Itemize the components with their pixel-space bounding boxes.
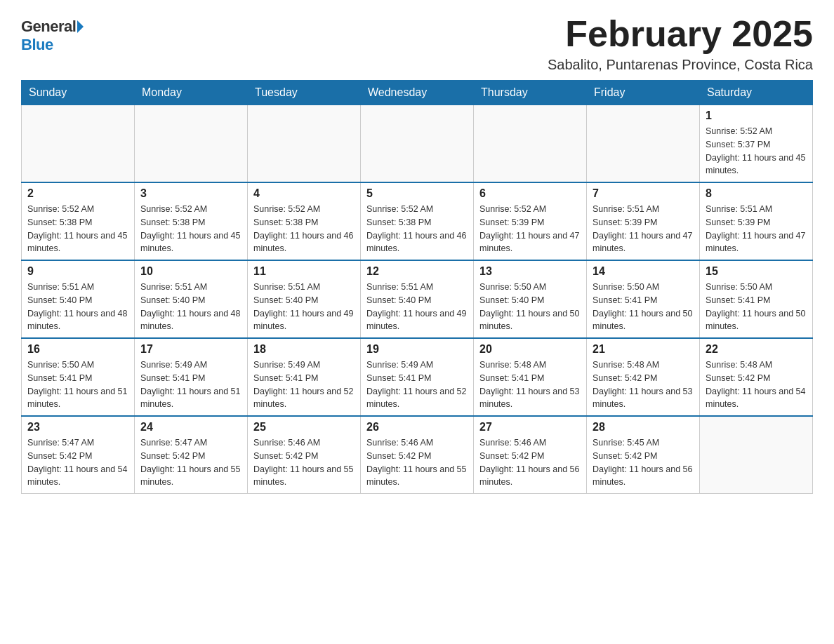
day-number: 28 [593, 421, 694, 434]
calendar-cell [22, 105, 135, 183]
calendar-cell: 5Sunrise: 5:52 AMSunset: 5:38 PMDaylight… [361, 182, 474, 260]
day-number: 24 [140, 421, 241, 434]
day-info: Sunrise: 5:51 AMSunset: 5:40 PMDaylight:… [366, 281, 468, 333]
day-info: Sunrise: 5:49 AMSunset: 5:41 PMDaylight:… [253, 358, 355, 411]
weekday-header-wednesday: Wednesday [361, 81, 474, 105]
day-info: Sunrise: 5:51 AMSunset: 5:40 PMDaylight:… [253, 281, 355, 333]
day-info: Sunrise: 5:46 AMSunset: 5:42 PMDaylight:… [253, 436, 355, 489]
day-info: Sunrise: 5:52 AMSunset: 5:38 PMDaylight:… [27, 203, 128, 255]
day-number: 4 [253, 187, 355, 200]
day-number: 26 [366, 421, 468, 434]
day-number: 7 [593, 187, 694, 200]
day-info: Sunrise: 5:51 AMSunset: 5:39 PMDaylight:… [593, 203, 694, 255]
calendar-cell: 1Sunrise: 5:52 AMSunset: 5:37 PMDaylight… [700, 105, 813, 183]
weekday-header-sunday: Sunday [22, 81, 135, 105]
calendar-cell: 2Sunrise: 5:52 AMSunset: 5:38 PMDaylight… [22, 182, 135, 260]
day-info: Sunrise: 5:51 AMSunset: 5:40 PMDaylight:… [140, 281, 241, 333]
calendar-cell: 26Sunrise: 5:46 AMSunset: 5:42 PMDayligh… [361, 416, 474, 494]
day-number: 18 [253, 343, 355, 356]
calendar-table: SundayMondayTuesdayWednesdayThursdayFrid… [21, 80, 813, 494]
day-info: Sunrise: 5:50 AMSunset: 5:41 PMDaylight:… [593, 281, 694, 333]
calendar-cell: 10Sunrise: 5:51 AMSunset: 5:40 PMDayligh… [135, 260, 248, 338]
logo-blue-text: Blue [21, 36, 53, 54]
day-number: 23 [27, 421, 128, 434]
day-info: Sunrise: 5:46 AMSunset: 5:42 PMDaylight:… [479, 436, 581, 489]
calendar-cell: 8Sunrise: 5:51 AMSunset: 5:39 PMDaylight… [700, 182, 813, 260]
weekday-header-tuesday: Tuesday [248, 81, 361, 105]
weekday-header-monday: Monday [135, 81, 248, 105]
calendar-cell: 3Sunrise: 5:52 AMSunset: 5:38 PMDaylight… [135, 182, 248, 260]
calendar-cell: 22Sunrise: 5:48 AMSunset: 5:42 PMDayligh… [700, 338, 813, 416]
day-number: 2 [27, 187, 128, 200]
weekday-header-saturday: Saturday [700, 81, 813, 105]
day-info: Sunrise: 5:52 AMSunset: 5:38 PMDaylight:… [253, 203, 355, 255]
logo-arrow-icon [77, 20, 84, 33]
calendar-cell [135, 105, 248, 183]
calendar-cell: 11Sunrise: 5:51 AMSunset: 5:40 PMDayligh… [248, 260, 361, 338]
day-info: Sunrise: 5:52 AMSunset: 5:37 PMDaylight:… [706, 125, 807, 177]
day-info: Sunrise: 5:52 AMSunset: 5:39 PMDaylight:… [479, 203, 581, 255]
day-info: Sunrise: 5:48 AMSunset: 5:42 PMDaylight:… [593, 358, 694, 411]
page-header: General Blue February 2025 Sabalito, Pun… [21, 14, 813, 73]
calendar-cell: 6Sunrise: 5:52 AMSunset: 5:39 PMDaylight… [474, 182, 587, 260]
calendar-week-2: 2Sunrise: 5:52 AMSunset: 5:38 PMDaylight… [22, 182, 813, 260]
calendar-cell: 19Sunrise: 5:49 AMSunset: 5:41 PMDayligh… [361, 338, 474, 416]
day-info: Sunrise: 5:51 AMSunset: 5:39 PMDaylight:… [706, 203, 807, 255]
day-info: Sunrise: 5:50 AMSunset: 5:40 PMDaylight:… [479, 281, 581, 333]
day-number: 20 [479, 343, 581, 356]
day-number: 22 [706, 343, 807, 356]
day-number: 25 [253, 421, 355, 434]
calendar-cell: 9Sunrise: 5:51 AMSunset: 5:40 PMDaylight… [22, 260, 135, 338]
calendar-week-3: 9Sunrise: 5:51 AMSunset: 5:40 PMDaylight… [22, 260, 813, 338]
day-info: Sunrise: 5:48 AMSunset: 5:42 PMDaylight:… [706, 358, 807, 411]
day-number: 8 [706, 187, 807, 200]
day-number: 16 [27, 343, 128, 356]
logo-general-text: General [21, 18, 76, 36]
day-info: Sunrise: 5:46 AMSunset: 5:42 PMDaylight:… [366, 436, 468, 489]
weekday-header-row: SundayMondayTuesdayWednesdayThursdayFrid… [22, 81, 813, 105]
day-number: 3 [140, 187, 241, 200]
calendar-cell: 28Sunrise: 5:45 AMSunset: 5:42 PMDayligh… [587, 416, 700, 494]
calendar-cell [361, 105, 474, 183]
calendar-cell [700, 416, 813, 494]
day-number: 9 [27, 265, 128, 278]
day-number: 10 [140, 265, 241, 278]
day-info: Sunrise: 5:52 AMSunset: 5:38 PMDaylight:… [366, 203, 468, 255]
day-number: 11 [253, 265, 355, 278]
calendar-cell [474, 105, 587, 183]
calendar-week-1: 1Sunrise: 5:52 AMSunset: 5:37 PMDaylight… [22, 105, 813, 183]
day-number: 5 [366, 187, 468, 200]
day-info: Sunrise: 5:47 AMSunset: 5:42 PMDaylight:… [27, 436, 128, 489]
day-info: Sunrise: 5:49 AMSunset: 5:41 PMDaylight:… [366, 358, 468, 411]
day-number: 21 [593, 343, 694, 356]
month-title: February 2025 [548, 14, 813, 54]
day-info: Sunrise: 5:50 AMSunset: 5:41 PMDaylight:… [706, 281, 807, 333]
calendar-cell [587, 105, 700, 183]
calendar-cell: 25Sunrise: 5:46 AMSunset: 5:42 PMDayligh… [248, 416, 361, 494]
calendar-cell: 7Sunrise: 5:51 AMSunset: 5:39 PMDaylight… [587, 182, 700, 260]
day-number: 15 [706, 265, 807, 278]
calendar-week-5: 23Sunrise: 5:47 AMSunset: 5:42 PMDayligh… [22, 416, 813, 494]
calendar-week-4: 16Sunrise: 5:50 AMSunset: 5:41 PMDayligh… [22, 338, 813, 416]
day-number: 1 [706, 109, 807, 122]
day-info: Sunrise: 5:52 AMSunset: 5:38 PMDaylight:… [140, 203, 241, 255]
calendar-cell: 17Sunrise: 5:49 AMSunset: 5:41 PMDayligh… [135, 338, 248, 416]
day-number: 27 [479, 421, 581, 434]
calendar-cell [248, 105, 361, 183]
calendar-cell: 23Sunrise: 5:47 AMSunset: 5:42 PMDayligh… [22, 416, 135, 494]
day-info: Sunrise: 5:51 AMSunset: 5:40 PMDaylight:… [27, 281, 128, 333]
day-info: Sunrise: 5:48 AMSunset: 5:41 PMDaylight:… [479, 358, 581, 411]
day-number: 6 [479, 187, 581, 200]
day-number: 14 [593, 265, 694, 278]
calendar-cell: 4Sunrise: 5:52 AMSunset: 5:38 PMDaylight… [248, 182, 361, 260]
calendar-cell: 24Sunrise: 5:47 AMSunset: 5:42 PMDayligh… [135, 416, 248, 494]
calendar-cell: 13Sunrise: 5:50 AMSunset: 5:40 PMDayligh… [474, 260, 587, 338]
calendar-cell: 12Sunrise: 5:51 AMSunset: 5:40 PMDayligh… [361, 260, 474, 338]
calendar-cell: 14Sunrise: 5:50 AMSunset: 5:41 PMDayligh… [587, 260, 700, 338]
calendar-cell: 18Sunrise: 5:49 AMSunset: 5:41 PMDayligh… [248, 338, 361, 416]
logo: General Blue [21, 14, 84, 54]
day-number: 12 [366, 265, 468, 278]
calendar-cell: 20Sunrise: 5:48 AMSunset: 5:41 PMDayligh… [474, 338, 587, 416]
day-info: Sunrise: 5:45 AMSunset: 5:42 PMDaylight:… [593, 436, 694, 489]
day-number: 17 [140, 343, 241, 356]
